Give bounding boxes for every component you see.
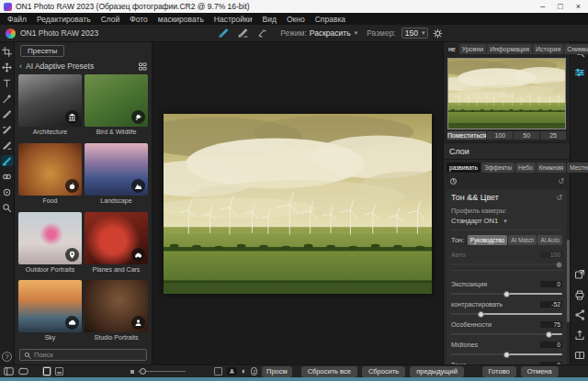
edit-module-icon-active[interactable] (573, 66, 586, 78)
grid-view-icon[interactable] (139, 62, 147, 71)
panel-scrollbar[interactable] (567, 240, 570, 322)
mode-value[interactable]: Раскрасить (310, 28, 351, 38)
exposure-slider-track[interactable] (451, 293, 562, 295)
search-input[interactable] (34, 351, 142, 359)
crop-tool-icon[interactable] (1, 46, 14, 57)
preset-food[interactable]: Food (18, 143, 82, 208)
slider-value[interactable]: 0 (540, 362, 562, 364)
tab-snapshots[interactable]: Снимки (564, 44, 588, 54)
cancel-button[interactable]: Отмена (521, 366, 559, 377)
tab-effects[interactable]: Эффекты (481, 162, 514, 173)
photo-canvas[interactable] (164, 114, 432, 294)
thumbnail-zoom-slider[interactable] (130, 370, 186, 374)
upload-tray-icon[interactable] (573, 329, 586, 341)
tone-guided-button[interactable]: Руководство (468, 235, 507, 245)
camera-profile-value[interactable]: Стандарт ON1 (451, 217, 498, 225)
clone-tool-icon[interactable] (1, 171, 14, 182)
mask-brush-icon[interactable] (216, 28, 230, 39)
chisel-tool-icon[interactable] (254, 28, 268, 39)
reset-section-icon[interactable]: ↺ (558, 177, 564, 185)
layers-panel-title[interactable]: Слои (444, 142, 570, 160)
zoom-25-button[interactable]: 25 (540, 131, 566, 140)
menu-settings[interactable]: Настройки (214, 15, 253, 24)
brush-size-field[interactable]: 150 ▾ (401, 28, 429, 39)
auto-slider-track[interactable] (451, 263, 562, 265)
original-compare-icon[interactable]: A (227, 367, 237, 375)
tab-history[interactable]: История (533, 44, 563, 54)
soft-proof-icon[interactable]: 2 (251, 367, 257, 375)
tab-navigator[interactable]: не (446, 44, 458, 54)
slider-knob[interactable] (478, 311, 484, 318)
split-preview-icon[interactable]: ◐ (242, 367, 246, 375)
tab-local[interactable]: Местный (567, 162, 588, 173)
back-chevron-icon[interactable]: ‹ (19, 62, 22, 71)
menu-layer[interactable]: Слой (101, 15, 120, 24)
zoom-slider-knob[interactable] (140, 368, 146, 375)
layer-options-icon[interactable] (449, 177, 458, 185)
reset-button[interactable]: Сбросить (362, 366, 405, 377)
menu-help[interactable]: Справка (315, 15, 345, 24)
share-icon[interactable] (573, 308, 586, 320)
slider-value[interactable]: -52 (540, 301, 562, 308)
menu-edit[interactable]: Редактировать (37, 15, 91, 24)
preview-button[interactable]: Просм (262, 366, 292, 377)
slider-value[interactable]: 0 (540, 281, 562, 287)
dual-view-icon[interactable] (573, 349, 586, 361)
preset-studio-portraits[interactable]: Studio Portraits (85, 280, 148, 345)
zoom-tool-icon[interactable] (1, 202, 14, 213)
preset-architecture[interactable]: Architecture (18, 74, 82, 140)
menu-photo[interactable]: Фото (130, 15, 148, 24)
contrast-slider-track[interactable] (451, 313, 562, 315)
tone-ai-match-button[interactable]: AI Match (508, 235, 537, 245)
single-view-icon[interactable] (43, 367, 51, 375)
menu-view[interactable]: Вид (263, 15, 277, 24)
chevron-down-icon[interactable]: ▾ (355, 29, 358, 37)
navigator-preview[interactable] (447, 58, 566, 129)
help-button[interactable]: ? (2, 352, 12, 362)
zoom-fit-button[interactable]: Поместиться (447, 131, 486, 140)
filmstrip-panel-toggle-icon[interactable] (18, 367, 28, 376)
preset-sky[interactable]: Sky (18, 280, 82, 345)
tone-color-title[interactable]: Тон && Цвет (451, 193, 499, 202)
maximize-button[interactable]: □ (558, 1, 562, 12)
presets-tab[interactable]: Пресеты (20, 45, 64, 57)
menu-mask[interactable]: маскировать (158, 15, 204, 24)
tone-color-reset-icon[interactable]: ↺ (556, 194, 562, 202)
menu-file[interactable]: Файл (7, 15, 27, 24)
preset-outdoor-portraits[interactable]: Outdoor Portraits (18, 212, 82, 277)
slider-knob[interactable] (546, 331, 552, 338)
minimize-button[interactable]: – (540, 1, 545, 12)
close-button[interactable]: × (576, 1, 581, 12)
size-chevron-icon[interactable]: ▾ (422, 29, 425, 37)
gear-icon[interactable] (431, 28, 445, 39)
tab-info[interactable]: Информация (487, 44, 532, 54)
masking-brush-tool-icon-active[interactable] (1, 155, 14, 166)
left-panel-toggle-icon[interactable] (4, 367, 14, 376)
preset-bird-wildlife[interactable]: Bird & Wildlife (85, 74, 148, 140)
slider-knob[interactable] (556, 262, 562, 268)
tab-portrait[interactable]: Книжная (537, 162, 566, 173)
print-icon[interactable] (573, 288, 586, 300)
previous-button[interactable]: предыдущий (410, 366, 464, 377)
tab-levels[interactable]: Уровни (459, 44, 486, 54)
refine-brush-icon[interactable] (235, 28, 249, 39)
preset-planes-cars[interactable]: Planes and Cars (85, 212, 148, 277)
slider-value[interactable]: 100 (540, 252, 562, 258)
slider-value[interactable]: 75 (540, 321, 562, 328)
filmstrip-view-icon[interactable] (55, 367, 63, 375)
compare-frame-icon[interactable] (214, 367, 222, 375)
canvas-area[interactable] (153, 42, 443, 364)
size-value[interactable]: 150 (405, 28, 418, 38)
tab-sky[interactable]: Небо (515, 162, 536, 173)
export-window-icon[interactable] (573, 268, 586, 280)
local-brush-tool-icon[interactable] (1, 124, 14, 135)
slider-knob[interactable] (503, 352, 510, 358)
tone-ai-auto-button[interactable]: AI Auto (537, 235, 562, 245)
healing-tool-icon[interactable] (1, 186, 14, 197)
midtones-slider-track[interactable] (451, 353, 562, 355)
slider-value[interactable]: 0 (540, 342, 562, 348)
camera-profile-select[interactable]: Стандарт ON1 ▾ (451, 217, 562, 225)
preset-landscape[interactable]: Landscape (85, 143, 148, 208)
reset-all-button[interactable]: Сбросить все (301, 366, 357, 377)
done-button[interactable]: Готово (482, 366, 516, 377)
